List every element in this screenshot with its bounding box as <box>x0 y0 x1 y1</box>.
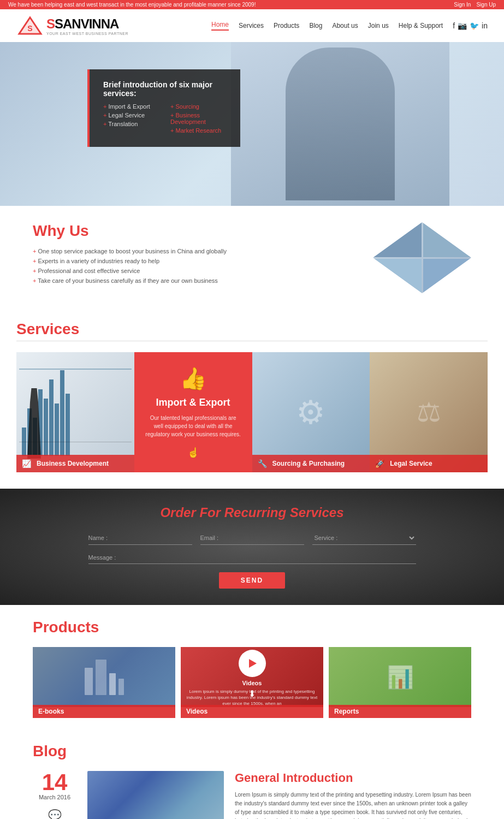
order-section: Order For Recurring Services Service : S… <box>0 489 504 605</box>
top-bar-auth: Sign In Sign Up <box>454 2 496 8</box>
linkedin-icon[interactable]: in <box>482 21 488 30</box>
hero-image <box>231 42 449 206</box>
import-export-icon: 👍 <box>145 366 241 391</box>
why-us-point-4: Take care of your business carefully as … <box>33 277 357 284</box>
service-card-import-export[interactable]: 👍 Import & Export Our talented legal pro… <box>134 352 252 472</box>
nav-home[interactable]: Home <box>211 21 229 31</box>
send-button[interactable]: SEND <box>219 572 285 589</box>
nav-products[interactable]: Products <box>274 22 299 29</box>
why-us-section: Why Us One stop service package to boost… <box>0 206 504 310</box>
email-input[interactable] <box>200 531 304 545</box>
blog-day: 14 <box>33 771 76 794</box>
products-grid: E-books Videos Lorem ipsum is simply dum… <box>33 647 471 718</box>
product-card-reports[interactable]: 📊 Reports <box>329 647 471 718</box>
why-us-image <box>373 222 471 293</box>
service-select[interactable]: Service : <box>312 531 416 545</box>
social-icons: f 📷 🐦 in <box>453 21 488 30</box>
hero-section: Brief introduction of six major services… <box>0 42 504 206</box>
sourcing-label: 🔧 Sourcing & Purchasing <box>252 455 370 472</box>
blog-date: 14 March 2016 💬 Comment <box>33 771 76 819</box>
comment-icon: 💬 <box>33 809 76 819</box>
reports-label: Reports <box>329 705 471 718</box>
blog-post-title: General Introduction <box>235 771 471 785</box>
order-title: Order For Recurring Services <box>33 505 471 520</box>
blog-post: 14 March 2016 💬 Comment General Introduc… <box>33 771 471 819</box>
blog-body: Lorem Ipsum is simply dummy text of the … <box>235 791 471 819</box>
nav-about[interactable]: About us <box>332 22 358 29</box>
svg-text:S: S <box>27 24 32 33</box>
service-card-sourcing[interactable]: ⚙ 🔧 Sourcing & Purchasing <box>252 352 370 472</box>
videos-label: Videos <box>181 705 323 718</box>
signup-link[interactable]: Sign Up <box>476 2 496 8</box>
blog-section: Blog 14 March 2016 💬 Comment General Int… <box>0 732 504 819</box>
services-grid: 📈 Business Development 👍 Import & Export… <box>16 352 488 472</box>
form-row-1: Service : <box>88 531 416 545</box>
import-export-content: 👍 Import & Export Our talented legal pro… <box>145 366 241 459</box>
why-us-point-1: One stop service package to boost your b… <box>33 248 357 254</box>
biz-dev-icon: 📈 <box>22 459 31 468</box>
product-card-videos[interactable]: Videos Lorem ipsum is simply dummy text … <box>181 647 323 718</box>
videos-title: Videos <box>181 680 323 686</box>
hero-service-3: Translation <box>103 121 159 127</box>
blog-title: Blog <box>33 743 471 760</box>
legal-image: ⚖ <box>370 352 488 472</box>
why-us-content: Why Us One stop service package to boost… <box>33 222 357 287</box>
order-form: Service : SEND <box>88 531 416 589</box>
logo-tagline: YOUR EAST WEST BUSINESS PARTNER <box>46 32 128 35</box>
hero-service-4: Sourcing <box>170 103 227 110</box>
import-export-desc: Our talented legal professionals are wel… <box>145 414 241 438</box>
why-us-point-3: Professional and cost effective service <box>33 268 357 274</box>
hero-services-col1: Import & Export Legal Service Translatio… <box>103 103 159 136</box>
legal-label: 🚀 Legal Service <box>370 455 488 472</box>
blog-comment: 💬 Comment <box>33 809 76 819</box>
blog-month-year: March 2016 <box>33 794 76 800</box>
nav-help[interactable]: Help & Support <box>399 22 443 29</box>
signin-link[interactable]: Sign In <box>454 2 471 8</box>
logo-icon: S <box>16 15 44 37</box>
sourcing-icon: 🔧 <box>258 459 267 468</box>
nav-join[interactable]: Join us <box>368 22 389 29</box>
name-input[interactable] <box>88 531 192 545</box>
hero-overlay: Brief introduction of six major services… <box>87 69 240 147</box>
why-us-title: Why Us <box>33 222 357 240</box>
hero-service-6: Market Research <box>170 127 227 134</box>
hero-service-5: Business Development <box>170 112 227 125</box>
header: S SSANVINNA YOUR EAST WEST BUSINESS PART… <box>0 9 504 42</box>
products-title: Products <box>33 619 471 636</box>
legal-icon: 🚀 <box>375 459 384 468</box>
logo-name: SSANVINNA <box>46 16 128 32</box>
top-bar-message: We have been helping east and west trans… <box>8 2 256 8</box>
why-us-point-2: Experts in a variety of industries ready… <box>33 258 357 264</box>
top-bar: We have been helping east and west trans… <box>0 0 504 9</box>
service-card-biz-dev[interactable]: 📈 Business Development <box>16 352 134 472</box>
hero-services-col2: Sourcing Business Development Market Res… <box>170 103 227 136</box>
services-section: Services <box>0 310 504 489</box>
facebook-icon[interactable]: f <box>453 21 455 30</box>
biz-dev-label: 📈 Business Development <box>16 455 134 472</box>
hero-service-2: Legal Service <box>103 112 159 118</box>
why-us-list: One stop service package to boost your b… <box>33 248 357 284</box>
product-card-ebooks[interactable]: E-books <box>33 647 175 718</box>
products-section: Products E-books Videos <box>0 605 504 732</box>
logo-text-block: SSANVINNA YOUR EAST WEST BUSINESS PARTNE… <box>46 16 128 35</box>
service-card-legal[interactable]: ⚖ 🚀 Legal Service <box>370 352 488 472</box>
nav-blog[interactable]: Blog <box>309 22 322 29</box>
sourcing-image: ⚙ <box>252 352 370 472</box>
nav-services[interactable]: Services <box>239 22 264 29</box>
message-input[interactable] <box>88 551 416 564</box>
cursor-icon: ☝ <box>145 447 241 459</box>
hero-service-1: Import & Export <box>103 103 159 110</box>
ebooks-label: E-books <box>33 705 175 718</box>
hero-title: Brief introduction of six major services… <box>103 80 227 98</box>
download-icon: ⬇ <box>181 689 323 699</box>
logo: S SSANVINNA YOUR EAST WEST BUSINESS PART… <box>16 15 128 37</box>
instagram-icon[interactable]: 📷 <box>458 21 467 30</box>
blog-image <box>87 771 224 819</box>
blog-content: General Introduction Lorem Ipsum is simp… <box>235 771 471 819</box>
import-export-title: Import & Export <box>145 397 241 408</box>
main-nav: Home Services Products Blog About us Joi… <box>211 21 488 31</box>
twitter-icon[interactable]: 🐦 <box>470 21 479 30</box>
services-title: Services <box>16 321 488 341</box>
